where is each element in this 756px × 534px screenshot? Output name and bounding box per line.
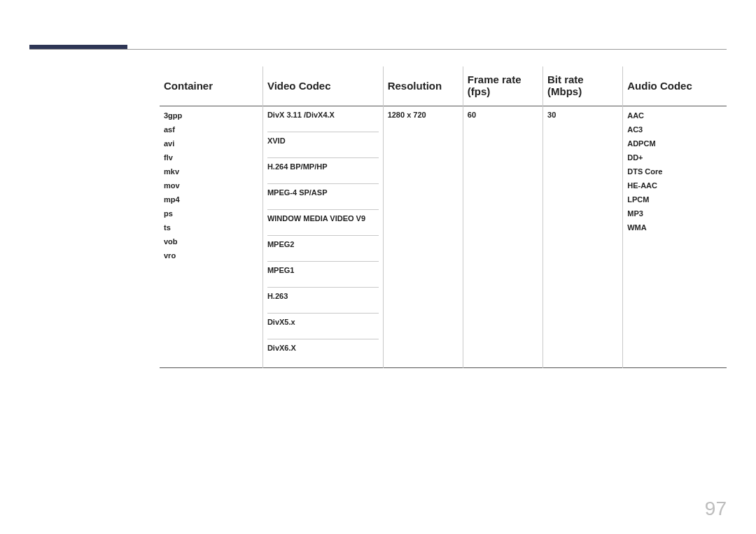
th-video-codec: Video Codec bbox=[262, 66, 383, 106]
video-codec-item: XVID bbox=[267, 132, 379, 158]
td-video-codecs: DivX 3.11 /DivX4.X XVID H.264 BP/MP/HP M… bbox=[262, 106, 383, 368]
th-bitrate: Bit rate (Mbps) bbox=[543, 66, 623, 106]
audio-codec-item: ADPCM bbox=[627, 139, 722, 153]
table-row: 3gpp asf avi flv mkv mov mp4 ps ts vob v… bbox=[160, 106, 727, 368]
video-codec-item: MPEG1 bbox=[267, 262, 379, 288]
container-item: asf bbox=[164, 125, 258, 139]
container-item: ps bbox=[164, 209, 258, 223]
codec-table: Container Video Codec Resolution Frame r… bbox=[160, 66, 727, 368]
audio-codec-item: MP3 bbox=[627, 209, 722, 223]
video-codec-item: DivX6.X bbox=[267, 339, 379, 367]
audio-codec-item: LPCM bbox=[627, 195, 722, 209]
container-item: flv bbox=[164, 153, 258, 167]
container-item: mov bbox=[164, 181, 258, 195]
audio-codec-item: AC3 bbox=[627, 125, 722, 139]
table-header-row: Container Video Codec Resolution Frame r… bbox=[160, 66, 727, 106]
container-item: mp4 bbox=[164, 195, 258, 209]
audio-codec-item: HE-AAC bbox=[627, 181, 722, 195]
video-codec-item: H.263 bbox=[267, 288, 379, 314]
container-item: vob bbox=[164, 237, 258, 251]
video-codec-item: MPEG2 bbox=[267, 236, 379, 262]
codec-table-wrap: Container Video Codec Resolution Frame r… bbox=[160, 66, 727, 368]
container-item: avi bbox=[164, 139, 258, 153]
container-item: 3gpp bbox=[164, 111, 258, 125]
audio-codec-item: AAC bbox=[627, 111, 722, 125]
th-resolution: Resolution bbox=[383, 66, 463, 106]
audio-codec-item: DTS Core bbox=[627, 167, 722, 181]
audio-codec-item: DD+ bbox=[627, 153, 722, 167]
th-container: Container bbox=[160, 66, 262, 106]
audio-codec-item: WMA bbox=[627, 223, 722, 237]
page-number: 97 bbox=[705, 498, 727, 520]
container-item: ts bbox=[164, 223, 258, 237]
td-bitrate: 30 bbox=[543, 106, 623, 368]
video-codec-item: DivX5.x bbox=[267, 314, 379, 339]
video-codec-item: DivX 3.11 /DivX4.X bbox=[267, 106, 379, 132]
video-codec-item: WINDOW MEDIA VIDEO V9 bbox=[267, 210, 379, 236]
td-framerate: 60 bbox=[463, 106, 542, 368]
video-codec-item: H.264 BP/MP/HP bbox=[267, 158, 379, 184]
container-item: mkv bbox=[164, 167, 258, 181]
video-codec-item: MPEG-4 SP/ASP bbox=[267, 184, 379, 210]
td-audio-codecs: AAC AC3 ADPCM DD+ DTS Core HE-AAC LPCM M… bbox=[623, 106, 727, 368]
th-audio-codec: Audio Codec bbox=[623, 66, 727, 106]
top-rule bbox=[29, 49, 727, 50]
td-containers: 3gpp asf avi flv mkv mov mp4 ps ts vob v… bbox=[160, 106, 262, 368]
container-item: vro bbox=[164, 251, 258, 265]
th-framerate: Frame rate (fps) bbox=[463, 66, 542, 106]
td-resolution: 1280 x 720 bbox=[383, 106, 463, 368]
